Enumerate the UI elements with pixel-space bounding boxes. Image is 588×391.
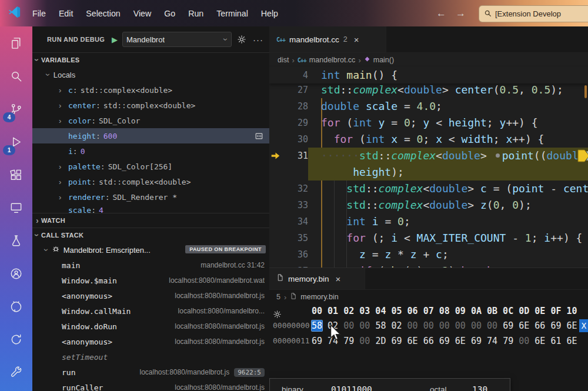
ascii-preview-cell[interactable]: X [579, 319, 588, 332]
testing-icon[interactable] [0, 224, 32, 257]
code-line-30[interactable]: 30 for (int x = 0; x < width; x++) { [269, 131, 588, 148]
hex-byte[interactable]: 74 [328, 336, 338, 346]
menu-go[interactable]: Go [158, 6, 182, 21]
variable-row-center[interactable]: ›center:std::complex<double> [32, 98, 269, 113]
breadcrumb-item[interactable]: main() [373, 56, 394, 64]
menu-file[interactable]: File [26, 6, 52, 21]
breakpoint-gutter[interactable] [269, 82, 285, 98]
hex-byte[interactable]: 00 [359, 336, 370, 346]
code-line-32[interactable]: 32 std::complex<double> c = (point - cen… [269, 181, 588, 197]
variable-row-renderer[interactable]: ›renderer:SDL_Renderer * [32, 189, 269, 205]
hex-byte[interactable]: 00 [407, 320, 418, 331]
stack-frame-row[interactable]: Window.doRunlocalhost:8080/mandelbrot.js [32, 319, 269, 334]
stack-frame-row[interactable]: Window.$mainlocalhost:8080/mandelbrot.wa… [32, 273, 269, 288]
hex-byte[interactable]: 00 [423, 320, 434, 331]
stack-frame-row[interactable]: Window.callMainlocalhost:8080/mandelbro.… [32, 303, 269, 319]
close-icon[interactable]: × [354, 35, 359, 45]
code-area[interactable]: 27std::complex<double> center(0.5, 0.5);… [269, 82, 588, 268]
hex-byte[interactable]: 6E [455, 336, 466, 346]
stack-frame-row[interactable]: mainmandelbrot.cc 31:42 [32, 258, 269, 273]
hex-byte[interactable]: 6E [567, 336, 577, 346]
hex-byte[interactable]: 00 [471, 320, 482, 331]
hex-byte[interactable]: 69 [471, 336, 482, 346]
variable-row-i[interactable]: i:0 [32, 143, 269, 159]
breakpoint-gutter[interactable] [269, 213, 285, 230]
hex-byte[interactable]: 02 [391, 320, 402, 331]
breakpoint-gutter[interactable] [269, 148, 285, 164]
tab-memory-bin[interactable]: memory.bin × [269, 268, 365, 289]
breakpoint-gutter[interactable] [269, 181, 285, 197]
breakpoint-gutter[interactable] [269, 263, 285, 268]
hex-byte[interactable]: 6E [567, 320, 577, 331]
hex-byte[interactable]: 69 [312, 336, 322, 346]
hex-byte[interactable]: 2D [375, 336, 386, 346]
code-line-29[interactable]: 29for (int y = 0; y < height; y++) { [269, 115, 588, 131]
breakpoint-gutter[interactable] [269, 131, 285, 148]
menu-run[interactable]: Run [182, 6, 210, 21]
variable-row-color[interactable]: ›color:SDL_Color [32, 113, 269, 128]
hex-byte[interactable]: 66 [423, 336, 434, 346]
launch-config-select[interactable]: Mandelbrot › [122, 32, 232, 47]
hex-byte[interactable]: 61 [550, 336, 561, 346]
search-icon[interactable] [0, 59, 32, 92]
hex-byte[interactable]: 00 [359, 320, 370, 331]
explorer-icon[interactable] [0, 26, 32, 59]
gear-icon[interactable] [235, 33, 248, 46]
hex-byte[interactable]: 6E [407, 336, 418, 346]
hex-byte[interactable]: 58 [375, 320, 386, 331]
breakpoint-gutter[interactable] [269, 164, 285, 181]
scope-row-locals[interactable]: › Locals [32, 67, 269, 82]
hex-byte[interactable]: 00 [455, 320, 466, 331]
variable-row-palette[interactable]: ›palette:SDL_Color[256] [32, 159, 269, 174]
variable-row-c[interactable]: ›c:std::complex<double> [32, 82, 269, 98]
hex-byte[interactable]: 6E [519, 320, 529, 331]
stack-frame-row[interactable]: runlocalhost:8080/mandelbrot.js9622:5 [32, 365, 269, 380]
stack-frame-row[interactable]: runCallerlocalhost:8080/mandelbrot.js [32, 380, 269, 391]
hex-byte[interactable]: 02 [328, 320, 338, 331]
sticky-scroll-line[interactable]: 4 int main() { [269, 67, 588, 83]
remote-explorer-icon[interactable] [0, 191, 32, 224]
source-control-icon[interactable]: 4 [0, 92, 32, 125]
call-stack-section-header[interactable]: › CALL STACK [32, 228, 269, 242]
breakpoint-gutter[interactable] [269, 98, 285, 115]
tab-mandelbrot-cc[interactable]: C++ mandelbrot.cc 2 × [269, 26, 386, 52]
breakpoint-gutter[interactable] [269, 246, 285, 263]
start-debug-icon[interactable]: ▶ [111, 35, 119, 44]
hex-byte[interactable]: 69 [503, 320, 513, 331]
sync-icon[interactable] [0, 323, 32, 356]
hex-byte[interactable]: 69 [391, 336, 402, 346]
more-actions-icon[interactable]: ··· [252, 33, 265, 46]
code-line-33[interactable]: 33 std::complex<double> z(0, 0); [269, 197, 588, 213]
watch-section-header[interactable]: › WATCH [32, 213, 269, 228]
stack-frame-row[interactable]: setTimeout [32, 349, 269, 365]
code-line-35[interactable]: 35 for (; i < MAX_ITER_COUNT - 1; i++) { [269, 230, 588, 246]
view-binary-icon[interactable] [255, 132, 263, 141]
breadcrumb-prefix[interactable]: 5 [276, 293, 280, 301]
hex-byte[interactable]: 00 [487, 320, 497, 331]
code-line-37[interactable]: 37 if (abs(z) > 2) break; [269, 263, 588, 268]
hex-byte[interactable]: 00 [439, 320, 450, 331]
hex-byte[interactable]: 58 [312, 320, 322, 331]
run-debug-icon[interactable]: 1 [0, 125, 32, 158]
hex-byte[interactable]: 66 [534, 320, 545, 331]
stack-frame-row[interactable]: <anonymous>localhost:8080/mandelbrot.js [32, 288, 269, 303]
tools-icon[interactable] [0, 356, 32, 389]
variable-row-scale[interactable]: scale:4 [32, 205, 269, 213]
close-icon[interactable]: × [336, 274, 341, 284]
menu-terminal[interactable]: Terminal [210, 6, 255, 21]
breakpoint-gutter[interactable] [269, 230, 285, 246]
hex-byte[interactable]: 79 [503, 336, 513, 346]
code-line-wrap[interactable]: height); [269, 164, 588, 181]
hex-byte[interactable]: 69 [439, 336, 450, 346]
debug-session-row[interactable]: › Mandelbrot: Emscripten... PAUSED ON BR… [32, 242, 269, 258]
breadcrumb-item[interactable]: dist [278, 56, 289, 64]
back-icon[interactable]: ← [436, 8, 446, 19]
hex-byte[interactable]: 74 [487, 336, 497, 346]
breakpoint-gutter[interactable] [269, 115, 285, 131]
github-icon[interactable] [0, 290, 32, 323]
variables-section-header[interactable]: › VARIABLES [32, 52, 269, 67]
hex-byte[interactable]: 79 [343, 336, 354, 346]
code-line-31[interactable]: 31······std::complex<double> point((doub… [269, 148, 588, 164]
variable-row-height[interactable]: height:600 [32, 128, 269, 143]
command-center-search[interactable]: [Extension Develop [479, 5, 588, 22]
